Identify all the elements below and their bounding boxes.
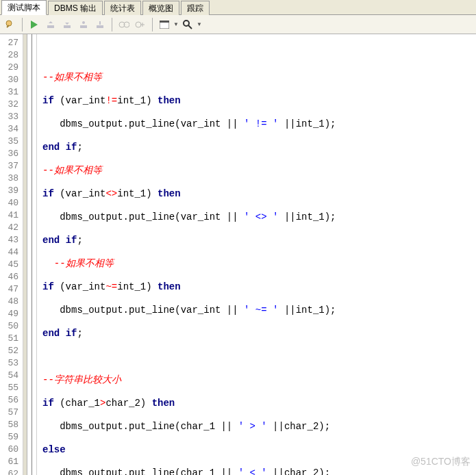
run-to-cursor-icon[interactable] bbox=[92, 17, 108, 32]
toolbar-separator bbox=[112, 18, 112, 31]
fold-column[interactable] bbox=[27, 34, 37, 475]
code-line: --如果不相等 bbox=[42, 257, 476, 270]
svg-rect-5 bbox=[97, 25, 103, 28]
code-line bbox=[42, 48, 476, 60]
line-number: 59 bbox=[0, 431, 23, 444]
watch-icon[interactable] bbox=[116, 17, 131, 32]
line-number: 50 bbox=[0, 320, 23, 333]
svg-point-12 bbox=[184, 21, 189, 26]
line-number: 40 bbox=[0, 197, 23, 209]
line-number: 27 bbox=[0, 37, 23, 49]
editor: 2728293031323334353637383940414243444546… bbox=[0, 34, 476, 475]
line-number: 47 bbox=[0, 283, 23, 296]
tab-statistics[interactable]: 统计表 bbox=[104, 1, 141, 15]
find-icon[interactable] bbox=[180, 17, 195, 32]
code-line: end if; bbox=[42, 141, 476, 153]
tab-bar: 测试脚本 DBMS 输出 统计表 概览图 跟踪 bbox=[0, 0, 476, 15]
svg-line-13 bbox=[188, 25, 192, 29]
code-line: dbms_output.put_line(char_1 || ' > ' ||c… bbox=[42, 420, 476, 433]
line-number: 32 bbox=[0, 99, 23, 111]
toolbar-separator bbox=[152, 18, 153, 31]
line-number: 62 bbox=[0, 468, 23, 475]
step-into-icon[interactable] bbox=[60, 17, 75, 32]
code-line bbox=[42, 350, 476, 363]
line-number: 37 bbox=[0, 160, 23, 172]
svg-point-4 bbox=[82, 21, 85, 24]
line-number: 43 bbox=[0, 234, 23, 246]
tab-dbms-output[interactable]: DBMS 输出 bbox=[48, 1, 103, 15]
line-number: 60 bbox=[0, 444, 23, 456]
line-number: 28 bbox=[0, 49, 23, 62]
run-icon[interactable] bbox=[27, 17, 42, 32]
output-icon[interactable] bbox=[157, 17, 172, 32]
line-number: 39 bbox=[0, 185, 23, 197]
line-number: 54 bbox=[0, 370, 23, 382]
code-line: dbms_output.put_line(char_1 || ' < ' ||c… bbox=[42, 467, 476, 475]
code-line: --如果不相等 bbox=[42, 71, 476, 84]
code-line: end if; bbox=[42, 327, 476, 339]
tab-overview[interactable]: 概览图 bbox=[142, 1, 179, 15]
line-number: 55 bbox=[0, 382, 23, 394]
svg-rect-3 bbox=[80, 25, 87, 28]
line-gutter: 2728293031323334353637383940414243444546… bbox=[0, 34, 23, 475]
beautify-icon[interactable] bbox=[3, 17, 18, 32]
line-number: 44 bbox=[0, 246, 23, 259]
line-number: 45 bbox=[0, 259, 23, 271]
code-line: dbms_output.put_line(var_int || ' ~= ' |… bbox=[42, 304, 476, 316]
svg-rect-2 bbox=[64, 25, 71, 28]
svg-rect-1 bbox=[47, 25, 54, 28]
line-number: 38 bbox=[0, 172, 23, 185]
line-number: 35 bbox=[0, 136, 23, 148]
svg-point-9 bbox=[136, 22, 141, 27]
dropdown-arrow-icon[interactable]: ▼ bbox=[173, 21, 179, 27]
line-number: 41 bbox=[0, 209, 23, 222]
line-number: 31 bbox=[0, 86, 23, 99]
code-area[interactable]: --如果不相等 if (var_int!=int_1) then dbms_ou… bbox=[37, 34, 476, 475]
toolbar: ▼ ▼ bbox=[0, 15, 476, 34]
svg-point-0 bbox=[6, 21, 12, 26]
svg-rect-6 bbox=[99, 21, 101, 25]
dropdown-arrow-icon[interactable]: ▼ bbox=[197, 21, 202, 27]
line-number: 46 bbox=[0, 271, 23, 283]
line-number: 49 bbox=[0, 308, 23, 320]
watch-add-icon[interactable] bbox=[133, 17, 148, 32]
code-line: dbms_output.put_line(var_int || ' <> ' |… bbox=[42, 211, 476, 223]
code-line: dbms_output.put_line(var_int || ' != ' |… bbox=[42, 118, 476, 130]
step-over-icon[interactable] bbox=[43, 17, 58, 32]
svg-rect-11 bbox=[160, 21, 169, 23]
code-line: if (var_int!=int_1) then bbox=[42, 94, 476, 107]
line-number: 42 bbox=[0, 222, 23, 234]
line-number: 33 bbox=[0, 111, 23, 123]
line-number: 57 bbox=[0, 407, 23, 419]
line-number: 29 bbox=[0, 62, 23, 74]
toolbar-separator bbox=[22, 18, 23, 31]
code-line: --字符串比较大小 bbox=[42, 374, 476, 386]
line-number: 48 bbox=[0, 296, 23, 308]
line-number: 61 bbox=[0, 456, 23, 468]
line-number: 34 bbox=[0, 123, 23, 136]
step-out-icon[interactable] bbox=[76, 17, 91, 32]
line-number: 53 bbox=[0, 357, 23, 370]
code-line: --如果不相等 bbox=[42, 164, 476, 177]
line-number: 51 bbox=[0, 333, 23, 345]
tab-trace[interactable]: 跟踪 bbox=[181, 1, 210, 15]
code-line: if (var_int~=int_1) then bbox=[42, 281, 476, 293]
code-line: end if; bbox=[42, 234, 476, 246]
line-number: 52 bbox=[0, 345, 23, 357]
line-number: 56 bbox=[0, 394, 23, 407]
line-number: 30 bbox=[0, 74, 23, 86]
code-line: if (char_1>char_2) then bbox=[42, 397, 476, 409]
code-line: else bbox=[42, 444, 476, 456]
line-number: 36 bbox=[0, 148, 23, 160]
line-number: 58 bbox=[0, 419, 23, 431]
code-line: if (var_int<>int_1) then bbox=[42, 188, 476, 200]
tab-test-script[interactable]: 测试脚本 bbox=[1, 0, 47, 15]
